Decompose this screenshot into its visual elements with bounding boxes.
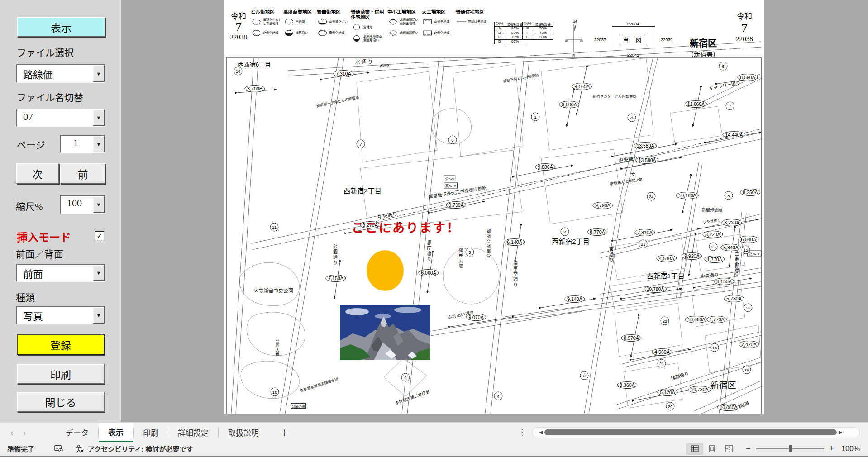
price-label: 9,160A bbox=[572, 83, 592, 90]
price-label: 10,160A bbox=[676, 192, 699, 199]
page-label: ページ bbox=[17, 138, 45, 151]
svg-text:北: 北 bbox=[573, 20, 576, 24]
page-break-view-icon[interactable] bbox=[720, 443, 738, 455]
map-label: 西新宿6丁目 bbox=[238, 60, 271, 68]
sheet-tab-表示[interactable]: 表示 bbox=[99, 423, 133, 442]
scale-dropdown[interactable]: 100 ▼ bbox=[60, 195, 105, 214]
page-value: 1 bbox=[61, 136, 93, 152]
price-label: 7,150A bbox=[325, 275, 346, 282]
add-sheet-button[interactable]: ＋ bbox=[268, 423, 300, 442]
leasehold-table-right: 記号借地権割 合E50%F40%G30% bbox=[522, 22, 553, 40]
macro-record-icon[interactable] bbox=[54, 445, 63, 452]
sheet-tab-取扱説明[interactable]: 取扱説明 bbox=[219, 423, 268, 442]
chevron-down-icon[interactable]: ▼ bbox=[93, 109, 105, 126]
map-label: 公園通り bbox=[332, 244, 339, 266]
register-button[interactable]: 登録 bbox=[17, 334, 105, 355]
tab-options-icon[interactable]: ⋮ bbox=[512, 423, 532, 442]
ready-status: 準備完了 bbox=[7, 444, 34, 453]
file-name-value: 07 bbox=[17, 109, 93, 126]
block-number: 19 bbox=[743, 366, 751, 374]
block-number: 8 bbox=[725, 191, 733, 200]
gold-ellipse-shape[interactable] bbox=[367, 250, 404, 291]
legend-zone: 繁華街地区南側道路沿い南側全地域 bbox=[317, 9, 349, 37]
price-label: 9,730A bbox=[446, 201, 466, 209]
scroll-left-icon[interactable]: ◀ bbox=[537, 429, 544, 435]
map-label: 三番街通り bbox=[734, 252, 740, 277]
map-line-art bbox=[224, 0, 764, 414]
zoom-in-icon[interactable]: + bbox=[828, 444, 836, 453]
display-button[interactable]: 表示 bbox=[17, 17, 105, 37]
map-label: 都民広場 bbox=[457, 248, 464, 269]
page-dropdown[interactable]: 1 ▼ bbox=[60, 135, 105, 153]
normal-view-icon[interactable] bbox=[686, 443, 703, 455]
file-name-label: ファイル名切替 bbox=[17, 90, 83, 104]
layer-dropdown[interactable]: 前面 ▼ bbox=[16, 264, 105, 282]
block-number: 7 bbox=[726, 102, 734, 110]
sheet-nav-left-icon[interactable]: ‹ bbox=[5, 423, 18, 442]
map-label: 公園大橋 bbox=[275, 339, 280, 357]
sheet-tab-詳細設定[interactable]: 詳細設定 bbox=[168, 423, 218, 442]
block-number: 1 bbox=[531, 113, 540, 121]
accessibility-icon[interactable] bbox=[75, 445, 84, 453]
sheet-tab-印刷[interactable]: 印刷 bbox=[134, 423, 168, 442]
scrollbar-track[interactable]: ◀ ▶ bbox=[532, 427, 860, 438]
era-block-left: 令和 7 22038 bbox=[225, 10, 252, 41]
price-label: 6,060A bbox=[418, 269, 439, 276]
block-number: 20 bbox=[666, 402, 675, 411]
scrollbar-thumb[interactable] bbox=[544, 429, 837, 435]
zoom-slider-thumb[interactable] bbox=[789, 445, 792, 452]
prev-button[interactable]: 前 bbox=[60, 163, 105, 184]
kind-dropdown[interactable]: 写真 ▼ bbox=[16, 306, 105, 324]
chevron-down-icon[interactable]: ▼ bbox=[93, 307, 105, 324]
status-bar: 準備完了 アクセシビリティ: 検討が必要です bbox=[0, 442, 868, 457]
file-select-dropdown[interactable]: 路線価 ▼ bbox=[16, 64, 105, 83]
close-button[interactable]: 閉じる bbox=[17, 392, 105, 412]
chevron-down-icon[interactable]: ▼ bbox=[93, 136, 105, 152]
map-label: 公5-9 bbox=[444, 176, 455, 181]
block-number: 2 bbox=[561, 228, 569, 236]
callout-text[interactable]: ここにあります！ bbox=[352, 218, 460, 236]
mountain-photo[interactable] bbox=[340, 305, 430, 360]
scroll-right-icon[interactable]: ▶ bbox=[837, 429, 844, 435]
price-label: 14,440A bbox=[722, 131, 745, 138]
next-button[interactable]: 次 bbox=[16, 163, 59, 184]
price-label: 9,790A bbox=[592, 202, 613, 209]
price-label: 8,590A bbox=[737, 74, 758, 81]
page-layout-view-icon[interactable] bbox=[703, 443, 720, 455]
sheet-north-number: 22034 bbox=[627, 21, 639, 26]
chevron-down-icon[interactable]: ▼ bbox=[93, 265, 105, 281]
price-label: 8,250A bbox=[740, 189, 760, 196]
chevron-down-icon[interactable]: ▼ bbox=[93, 196, 105, 213]
horizontal-scrollbar[interactable]: ◀ ▶ bbox=[532, 423, 860, 442]
block-number: 11 bbox=[270, 223, 279, 232]
block-number: 9 bbox=[401, 373, 410, 382]
block-number: 15 bbox=[744, 304, 753, 312]
insert-mode-checkbox[interactable]: ✓ bbox=[95, 231, 104, 240]
file-name-dropdown[interactable]: 07 ▼ bbox=[16, 109, 105, 127]
chevron-down-icon[interactable]: ▼ bbox=[93, 65, 105, 82]
price-label: 3,700B bbox=[244, 85, 265, 92]
map-label: 西新宿1丁目 bbox=[647, 271, 684, 280]
block-number: 5 bbox=[466, 248, 474, 257]
zoom-slider[interactable] bbox=[756, 448, 824, 449]
map-label: 文 bbox=[631, 171, 635, 177]
workbook-canvas: 表示 ファイル選択 路線価 ▼ ファイル名切替 07 ▼ ページ 1 ▼ 次 前… bbox=[0, 0, 868, 457]
price-label: 10,780A bbox=[688, 386, 711, 393]
sheet-tab-bar: ‹ › データ表示印刷詳細設定取扱説明 ＋ ⋮ ◀ ▶ bbox=[0, 422, 868, 442]
print-button[interactable]: 印刷 bbox=[17, 364, 105, 384]
block-number: 23 bbox=[639, 240, 648, 248]
legend-zone: 普通住宅地区無印は全地域 bbox=[456, 9, 488, 26]
map-label: 区立新宿中央公園 bbox=[253, 287, 293, 294]
zoom-level[interactable]: 100% bbox=[841, 445, 860, 453]
accessibility-status[interactable]: アクセシビリティ: 検討が必要です bbox=[88, 444, 193, 453]
control-sidebar: 表示 ファイル選択 路線価 ▼ ファイル名切替 07 ▼ ページ 1 ▼ 次 前… bbox=[0, 0, 121, 422]
sheet-tab-データ[interactable]: データ bbox=[56, 423, 98, 442]
price-label: 6,540A bbox=[738, 236, 758, 243]
price-label: 6,140A bbox=[504, 238, 525, 246]
ward-block: 新宿区 （新宿署） bbox=[682, 36, 724, 58]
zoom-out-icon[interactable]: − bbox=[744, 444, 753, 453]
sheet-nav-right-icon[interactable]: › bbox=[18, 423, 31, 442]
price-label: 5,840A bbox=[720, 244, 741, 251]
sheet-index-box: 当 図 bbox=[612, 26, 655, 52]
price-label: 9,880A bbox=[535, 163, 555, 171]
